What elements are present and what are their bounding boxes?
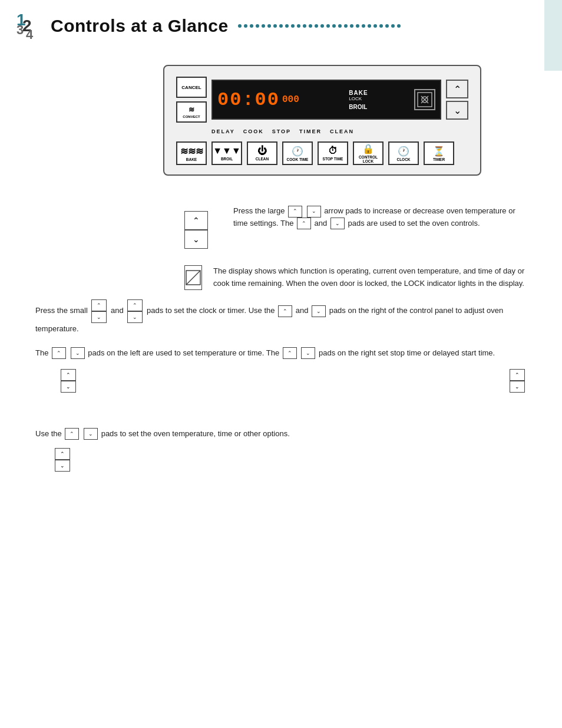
section1-up-icon: ⌃ bbox=[288, 206, 302, 218]
sec4-left-pair: ⌃ ⌄ bbox=[61, 369, 76, 393]
panel-function-buttons: ≋≋≋ BAKE ▼▼▼ BROIL ⏻ CLEAN 🕐 COOK TIME ⏱… bbox=[176, 141, 468, 165]
large-down-btn[interactable]: ⌄ bbox=[184, 230, 208, 249]
section5-ud-pair: ⌃ ⌄ bbox=[55, 448, 70, 472]
sec4-left-up: ⌃ bbox=[52, 347, 66, 359]
stop-time-icon: ⏱ bbox=[328, 146, 338, 156]
section3-text: Press the small ⌃ ⌄ and ⌃ ⌄ pads to set … bbox=[35, 299, 527, 335]
stop-label: STOP bbox=[272, 129, 291, 134]
sec4-right-up: ⌃ bbox=[283, 347, 297, 359]
cook-label: COOK bbox=[243, 129, 264, 134]
broil-button[interactable]: ▼▼▼ BROIL bbox=[211, 141, 242, 165]
convect-button[interactable]: ≋ CONVECT bbox=[176, 101, 207, 123]
section-1: ⌃ ⌄ Press the large ⌃ ⌄ arrow pads to in… bbox=[35, 205, 527, 249]
clean-button[interactable]: ⏻ CLEAN bbox=[247, 141, 277, 165]
cook-time-button[interactable]: 🕐 COOK TIME bbox=[282, 141, 313, 165]
label-broil: BROIL bbox=[349, 104, 367, 110]
cancel-button[interactable]: CANCEL bbox=[176, 77, 207, 98]
sec4-left-down: ⌄ bbox=[71, 347, 85, 359]
delay-row-labels: DELAY COOK STOP TIMER CLEAN bbox=[176, 127, 468, 137]
bake-icon: ≋≋≋ bbox=[180, 146, 203, 157]
control-lock-button[interactable]: 🔒 CONTROL LOCK bbox=[353, 141, 384, 165]
header-dots bbox=[238, 25, 544, 27]
clock-icon: 🕐 bbox=[398, 146, 409, 157]
timer-label: TIMER bbox=[299, 129, 322, 134]
section2-text: The display shows which function is oper… bbox=[213, 265, 527, 290]
content-area: ⌃ ⌄ Press the large ⌃ ⌄ arrow pads to in… bbox=[0, 176, 562, 501]
num-3: 3 bbox=[16, 22, 24, 38]
sec4-right-down: ⌄ bbox=[301, 347, 315, 359]
section1-down-icon: ⌄ bbox=[307, 206, 321, 218]
timer-button[interactable]: ⏳ TIMER bbox=[424, 141, 454, 165]
clean-icon: ⏻ bbox=[257, 146, 267, 156]
sec3-down-icon: ⌄ bbox=[312, 305, 326, 317]
down-arrow-button[interactable]: ⌄ bbox=[446, 101, 468, 120]
clean-label: CLEAN bbox=[330, 129, 354, 134]
sec4-right-pair: ⌃ ⌄ bbox=[510, 369, 525, 393]
section1-ref-up: ⌃ bbox=[297, 218, 311, 229]
sec5-down: ⌄ bbox=[84, 428, 98, 440]
section-5: Use the ⌃ ⌄ pads to set the oven tempera… bbox=[35, 428, 527, 472]
display-time: 00:00 bbox=[217, 89, 280, 111]
panel-row-1: CANCEL ≋ CONVECT 00:00 000 BAKE LOCK BRO… bbox=[176, 77, 468, 123]
sec5-up: ⌃ bbox=[65, 428, 79, 440]
large-up-btn[interactable]: ⌃ bbox=[184, 211, 208, 230]
page-header: 1 2 3 4 Controls at a Glance bbox=[0, 0, 562, 47]
large-up-down-pair-display: ⌃ ⌄ bbox=[184, 211, 208, 249]
small-ud-pair-left: ⌃ ⌄ bbox=[91, 299, 107, 323]
svg-line-5 bbox=[186, 271, 200, 285]
small-ud-pair-right: ⌃ ⌄ bbox=[127, 299, 143, 323]
lock-diagonal-icon bbox=[184, 265, 202, 290]
display-indicator bbox=[414, 89, 435, 110]
section1-text: Press the large ⌃ ⌄ arrow pads to increa… bbox=[233, 205, 527, 230]
clock-button[interactable]: 🕐 CLOCK bbox=[388, 141, 419, 165]
label-lock: LOCK bbox=[349, 96, 362, 101]
arrow-buttons: ⌃ ⌄ bbox=[446, 80, 468, 120]
label-bake: BAKE bbox=[349, 90, 368, 96]
control-lock-icon: 🔒 bbox=[362, 143, 374, 154]
display-labels: BAKE LOCK BROIL bbox=[349, 90, 368, 110]
section-4: The ⌃ ⌄ pads on the left are used to set… bbox=[35, 347, 527, 393]
section1-ref-down: ⌄ bbox=[330, 218, 345, 229]
broil-icon: ▼▼▼ bbox=[213, 146, 241, 156]
brand-logo-icon bbox=[416, 91, 433, 108]
section4-text: The ⌃ ⌄ pads on the left are used to set… bbox=[35, 347, 527, 360]
bake-button[interactable]: ≋≋≋ BAKE bbox=[176, 141, 207, 165]
page-number: 1 2 3 4 bbox=[12, 11, 42, 41]
timer-icon: ⏳ bbox=[433, 146, 445, 157]
page-title: Controls at a Glance bbox=[51, 16, 229, 36]
oven-display: 00:00 000 BAKE LOCK BROIL bbox=[211, 80, 441, 120]
convect-icon: ≋ bbox=[189, 106, 194, 114]
num-4: 4 bbox=[26, 27, 33, 42]
stop-time-button[interactable]: ⏱ STOP TIME bbox=[318, 141, 348, 165]
cook-time-icon: 🕐 bbox=[292, 146, 303, 157]
lock-indicator-section: The display shows which function is oper… bbox=[183, 265, 527, 290]
section-3: Press the small ⌃ ⌄ and ⌃ ⌄ pads to set … bbox=[35, 299, 527, 335]
section5-text: Use the ⌃ ⌄ pads to set the oven tempera… bbox=[35, 428, 527, 440]
up-arrow-button[interactable]: ⌃ bbox=[446, 80, 468, 98]
diagonal-line-icon bbox=[185, 269, 201, 286]
display-small: 000 bbox=[282, 94, 299, 105]
control-panel: CANCEL ≋ CONVECT 00:00 000 BAKE LOCK BRO… bbox=[163, 65, 481, 176]
delay-label: DELAY bbox=[211, 129, 235, 134]
sec3-up-icon: ⌃ bbox=[278, 305, 292, 317]
